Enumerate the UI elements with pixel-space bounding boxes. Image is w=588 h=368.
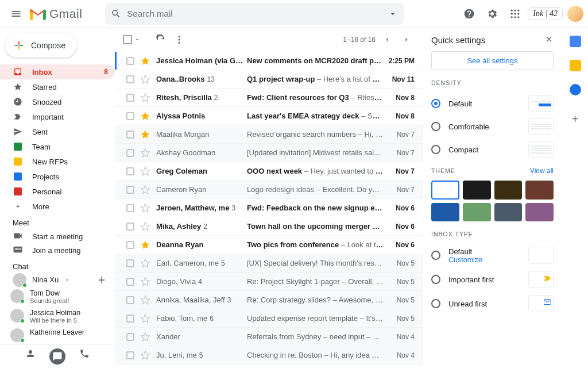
row-checkbox[interactable] <box>126 259 134 267</box>
row-checkbox[interactable] <box>126 112 134 120</box>
row-checkbox[interactable] <box>126 186 134 194</box>
theme-tile[interactable] <box>525 181 554 200</box>
theme-tile[interactable] <box>431 181 459 200</box>
nav-more[interactable]: More <box>0 199 115 214</box>
inbox-type-option[interactable]: DefaultCustomize <box>431 243 554 267</box>
nav-inbox[interactable]: Inbox8 <box>0 64 115 79</box>
contacts-tab[interactable] <box>25 348 36 365</box>
star-toggle[interactable] <box>140 295 150 305</box>
chat-tab[interactable] <box>49 348 65 365</box>
main-menu-button[interactable] <box>5 2 28 25</box>
chat-self-row[interactable]: Nina Xu <box>0 273 115 287</box>
calendar-addon[interactable] <box>570 36 581 47</box>
nav-team[interactable]: Team <box>0 139 115 154</box>
new-chat-icon[interactable] <box>96 275 107 285</box>
thread-row[interactable]: ⋮⋮ Akshay Goodman [Updated invitation] M… <box>115 144 423 162</box>
density-option-default[interactable]: Default <box>431 92 554 115</box>
inbox-type-option[interactable]: Unread first <box>431 292 554 316</box>
thread-row[interactable]: ⋮⋮ Xander Referrals from Sydney – need i… <box>115 328 423 346</box>
gmail-logo[interactable]: Gmail <box>30 7 82 21</box>
row-checkbox[interactable] <box>126 223 134 231</box>
nav-snoozed[interactable]: Snoozed <box>0 94 115 109</box>
thread-row[interactable]: ⋮⋮ Jeroen, Matthew, me3 Fwd: Feedback on… <box>115 199 423 217</box>
thread-row[interactable]: ⋮⋮ Mika, Ashley2 Town hall on the upcomi… <box>115 217 423 236</box>
row-checkbox[interactable] <box>126 351 134 359</box>
star-toggle[interactable] <box>140 129 150 140</box>
theme-tile[interactable] <box>525 203 554 222</box>
see-all-settings-button[interactable]: See all settings <box>431 51 554 70</box>
inbox-type-option[interactable]: Important first <box>431 267 554 292</box>
row-checkbox[interactable] <box>126 333 134 341</box>
thread-row[interactable]: ⋮⋮ Cameron Ryan Logo redesign ideas – Ex… <box>115 181 423 199</box>
start-meeting-button[interactable]: Start a meeting <box>0 229 115 243</box>
apps-button[interactable] <box>505 3 525 24</box>
join-meeting-button[interactable]: Join a meeting <box>0 243 115 257</box>
row-checkbox[interactable] <box>126 94 134 102</box>
nav-personal[interactable]: Personal <box>0 184 115 199</box>
thread-row[interactable]: ⋮⋮ Earl, Cameron, me5 [UX] Special deliv… <box>115 254 423 273</box>
thread-row[interactable]: ⋮⋮ Diogo, Vivia4 Re: Project Skylight 1-… <box>115 273 423 291</box>
search-bar[interactable] <box>105 3 404 25</box>
thread-row[interactable]: ⋮⋮ Oana..Brooks13 Q1 project wrap-up – H… <box>115 70 423 89</box>
quick-settings-close[interactable] <box>544 34 554 45</box>
star-toggle[interactable] <box>140 111 150 121</box>
theme-tile[interactable] <box>463 203 491 222</box>
chat-thread[interactable]: Tom DowSounds great! <box>0 287 115 306</box>
nav-newrfps[interactable]: New RFPs <box>0 154 115 169</box>
star-toggle[interactable] <box>140 277 150 287</box>
chat-thread[interactable]: Katherine Leaver <box>0 326 115 344</box>
row-checkbox[interactable] <box>126 131 134 139</box>
inbox-customize-link[interactable]: Customize <box>448 256 520 264</box>
theme-tile[interactable] <box>431 203 459 222</box>
star-toggle[interactable] <box>140 185 150 195</box>
refresh-button[interactable] <box>152 30 170 49</box>
nav-starred[interactable]: Starred <box>0 79 115 94</box>
star-toggle[interactable] <box>140 56 150 66</box>
search-input[interactable] <box>127 9 388 18</box>
search-options-icon[interactable] <box>388 9 398 19</box>
phone-tab[interactable] <box>79 348 90 365</box>
thread-row[interactable]: ⋮⋮ Greg Coleman OOO next week – Hey, jus… <box>115 162 423 181</box>
thread-row[interactable]: ⋮⋮ Jessica Holman (via Goog… New comment… <box>115 52 423 70</box>
thread-row[interactable]: ⋮⋮ Alyssa Potnis Last year's EMEA strate… <box>115 107 423 125</box>
star-toggle[interactable] <box>140 240 150 250</box>
select-dropdown-icon[interactable] <box>134 37 140 43</box>
density-option-compact[interactable]: Compact <box>431 138 554 161</box>
settings-button[interactable] <box>482 3 502 24</box>
nav-projects[interactable]: Projects <box>0 169 115 184</box>
row-checkbox[interactable] <box>126 241 134 249</box>
thread-row[interactable]: ⋮⋮ Ju, Leni, me5 Checking in re: Boston … <box>115 346 423 365</box>
nav-important[interactable]: Important <box>0 109 115 124</box>
row-checkbox[interactable] <box>126 57 134 65</box>
thread-row[interactable]: ⋮⋮ Fabio, Tom, me6 Updated expense repor… <box>115 309 423 328</box>
workspace-badge[interactable]: Ink | 42 <box>528 7 563 20</box>
star-toggle[interactable] <box>140 166 150 177</box>
theme-tile[interactable] <box>494 203 523 222</box>
star-toggle[interactable] <box>140 350 150 361</box>
density-option-comfortable[interactable]: Comfortable <box>431 115 554 138</box>
star-toggle[interactable] <box>140 74 150 85</box>
nav-sent[interactable]: Sent <box>0 124 115 139</box>
row-checkbox[interactable] <box>126 278 134 286</box>
theme-tile[interactable] <box>463 181 491 200</box>
row-checkbox[interactable] <box>126 204 134 212</box>
star-toggle[interactable] <box>140 258 150 269</box>
star-toggle[interactable] <box>140 332 150 342</box>
keep-addon[interactable] <box>570 60 581 71</box>
thread-row[interactable]: ⋮⋮ Deanna Ryan Two pics from conference … <box>115 236 423 254</box>
star-toggle[interactable] <box>140 203 150 213</box>
account-avatar[interactable] <box>567 6 583 22</box>
theme-view-all-link[interactable]: View all <box>530 167 554 175</box>
thread-row[interactable]: ⋮⋮ Ritesh, Priscilla2 Fwd: Client resour… <box>115 89 423 107</box>
more-button[interactable] <box>170 30 188 49</box>
prev-page-button[interactable] <box>379 32 395 48</box>
compose-button[interactable]: Compose <box>5 33 77 57</box>
star-toggle[interactable] <box>140 93 150 103</box>
support-button[interactable] <box>459 3 479 24</box>
row-checkbox[interactable] <box>126 315 134 323</box>
tasks-addon[interactable] <box>570 84 581 95</box>
star-toggle[interactable] <box>140 148 150 158</box>
select-all-checkbox[interactable] <box>123 35 132 44</box>
thread-row[interactable]: ⋮⋮ Maalika Morgan Revised organic search… <box>115 125 423 144</box>
star-toggle[interactable] <box>140 313 150 324</box>
